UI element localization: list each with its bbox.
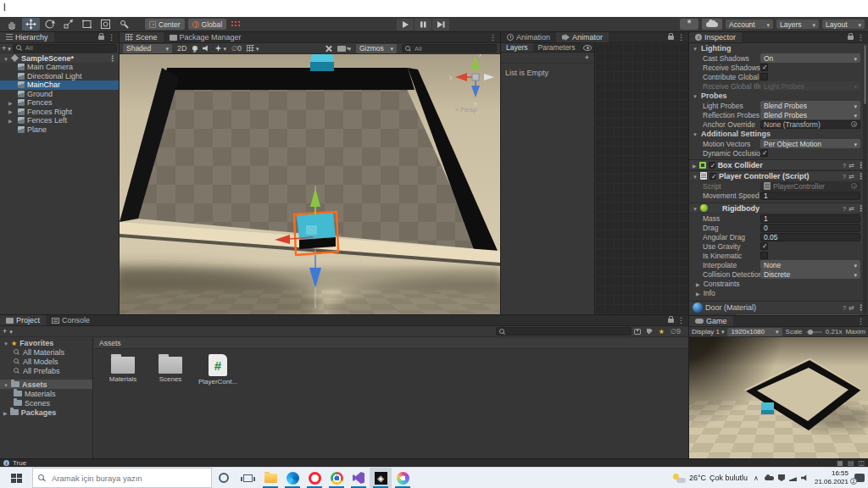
preset-icon[interactable]	[849, 204, 854, 213]
label-filter-icon[interactable]	[647, 329, 653, 335]
opera-button[interactable]	[303, 468, 326, 488]
movement-speed-input[interactable]: 1	[760, 191, 860, 200]
hierarchy-item-plane[interactable]: Plane	[0, 125, 119, 135]
reflection-probes-dropdown[interactable]: Blend Probes	[760, 110, 860, 119]
grid-snap-icon[interactable]	[231, 20, 240, 28]
account-dropdown[interactable]: Account	[726, 19, 773, 29]
add-asset-button[interactable]: +	[3, 327, 7, 336]
cast-shadows-dropdown[interactable]: On	[760, 53, 860, 63]
help-icon[interactable]	[843, 161, 846, 169]
chevron-down-icon[interactable]	[9, 327, 13, 336]
eye-icon[interactable]	[583, 45, 592, 51]
move-tool-button[interactable]	[22, 18, 40, 30]
tab-animation[interactable]: Animation	[501, 32, 556, 42]
component-box-collider[interactable]: Box Collider	[689, 159, 868, 170]
unity-statusbar[interactable]: i True ▦ ▤ ◫	[0, 458, 868, 467]
collab-button[interactable]	[680, 19, 698, 30]
start-button[interactable]	[0, 468, 32, 488]
foldout-icon[interactable]	[3, 380, 8, 389]
taskbar-clock[interactable]: 16:55 21.06.2021	[815, 469, 849, 485]
taskbar-search[interactable]	[32, 468, 212, 488]
custom-tool-button[interactable]	[115, 18, 133, 30]
space-toggle-button[interactable]: Global	[188, 19, 227, 30]
probes-section-header[interactable]: Probes	[689, 91, 868, 101]
network-icon[interactable]	[789, 474, 797, 481]
help-icon[interactable]	[843, 172, 846, 180]
asset-materials-folder[interactable]: Materials	[103, 354, 143, 385]
foldout-icon[interactable]	[693, 44, 698, 53]
cloud-button[interactable]	[702, 19, 722, 30]
tab-game[interactable]: Game	[689, 316, 733, 326]
favorites-filter-icon[interactable]	[659, 327, 665, 336]
add-layer-button[interactable]: +	[585, 53, 589, 62]
grid-visibility-dropdown[interactable]	[247, 44, 259, 53]
persp-label[interactable]: Persp	[460, 106, 477, 114]
tab-scene[interactable]: Scene	[120, 32, 164, 42]
layers-dropdown[interactable]: Layers	[776, 19, 819, 29]
object-picker-icon[interactable]	[851, 121, 857, 127]
asset-scenes-folder[interactable]: Scenes	[150, 354, 191, 385]
component-rigidbody[interactable]: Rigidbody	[689, 202, 868, 214]
hierarchy-item-fences-right[interactable]: Fences Right	[0, 108, 119, 117]
shader-dropdown[interactable]: Standard	[736, 314, 860, 315]
component-enabled-checkbox[interactable]	[709, 173, 716, 180]
foldout-icon[interactable]	[693, 130, 698, 138]
paint3d-button[interactable]	[392, 468, 414, 488]
drag-input[interactable]: 0	[760, 224, 860, 232]
foldout-icon[interactable]	[3, 408, 8, 417]
preset-icon[interactable]	[849, 161, 854, 169]
project-search-input[interactable]	[496, 327, 632, 336]
notification-center-button[interactable]: 2	[854, 474, 865, 482]
is-kinematic-checkbox[interactable]	[760, 252, 768, 259]
foldout-icon[interactable]	[693, 161, 697, 169]
weather-widget[interactable]: 26°CÇok bulutlu	[673, 474, 748, 483]
scene-orientation-gizmo[interactable]: y x z	[449, 54, 494, 107]
foldout-icon[interactable]	[3, 54, 8, 63]
tab-inspector[interactable]: i Inspector	[689, 32, 742, 42]
angular-drag-input[interactable]: 0.05	[760, 233, 860, 241]
favorites-root[interactable]: Favorites	[0, 338, 92, 347]
unity-button[interactable]	[370, 468, 392, 488]
material-header[interactable]: Door (Material)	[689, 301, 868, 314]
contribute-gi-checkbox[interactable]	[760, 73, 768, 80]
scene-tools-icon[interactable]	[325, 45, 332, 53]
package-filter-icon[interactable]	[634, 329, 641, 335]
hierarchy-item-mainchar[interactable]: MainChar	[0, 80, 119, 90]
hierarchy-item-main-camera[interactable]: Main Camera	[0, 63, 119, 72]
play-button[interactable]	[397, 19, 414, 30]
hand-tool-button[interactable]	[3, 18, 21, 30]
lighting-section-header[interactable]: Lighting	[689, 43, 868, 53]
scene-viewport[interactable]: y x z < Persp	[120, 54, 500, 314]
anchor-override-field[interactable]: None (Transform)	[760, 120, 860, 129]
tree-scenes[interactable]: Scenes	[0, 398, 92, 408]
favorites-all-materials[interactable]: All Materials	[0, 347, 92, 357]
mass-input[interactable]: 1	[760, 214, 860, 223]
tab-animator[interactable]: Animator	[556, 32, 609, 42]
pivot-toggle-button[interactable]: Center	[145, 19, 185, 30]
persp-toggle-icon[interactable]: <	[455, 106, 459, 114]
kebab-menu-icon[interactable]	[677, 33, 685, 42]
tab-package-manager[interactable]: Package Manager	[164, 32, 248, 42]
tree-materials[interactable]: Materials	[0, 389, 92, 398]
collision-detection-dropdown[interactable]: Discrete	[760, 269, 860, 279]
visual-studio-button[interactable]	[348, 468, 370, 488]
hierarchy-search-input[interactable]: All	[13, 44, 117, 53]
tree-packages[interactable]: Packages	[0, 408, 92, 417]
task-view-button[interactable]	[236, 468, 259, 488]
shading-mode-dropdown[interactable]: Shaded	[123, 44, 172, 53]
maximize-on-play-button[interactable]: Maxim	[845, 328, 865, 336]
kebab-menu-icon[interactable]	[489, 33, 497, 42]
hierarchy-item-fences-left[interactable]: Fences Left	[0, 116, 119, 125]
chevron-down-icon[interactable]	[8, 44, 11, 53]
interpolate-dropdown[interactable]: None	[760, 260, 860, 269]
scene-search-input[interactable]: All	[402, 44, 497, 53]
additional-settings-header[interactable]: Additional Settings	[689, 129, 868, 139]
lock-icon[interactable]	[848, 36, 854, 40]
hierarchy-scene-row[interactable]: SampleScene*	[0, 53, 119, 63]
slider-knob[interactable]	[808, 330, 813, 335]
taskbar-search-input[interactable]	[50, 473, 194, 484]
motion-vectors-dropdown[interactable]: Per Object Motion	[760, 139, 860, 148]
gizmo-z-cone[interactable]	[471, 86, 480, 97]
help-icon[interactable]	[843, 204, 846, 213]
statusbar-grid-icon[interactable]: ▦	[837, 459, 843, 467]
